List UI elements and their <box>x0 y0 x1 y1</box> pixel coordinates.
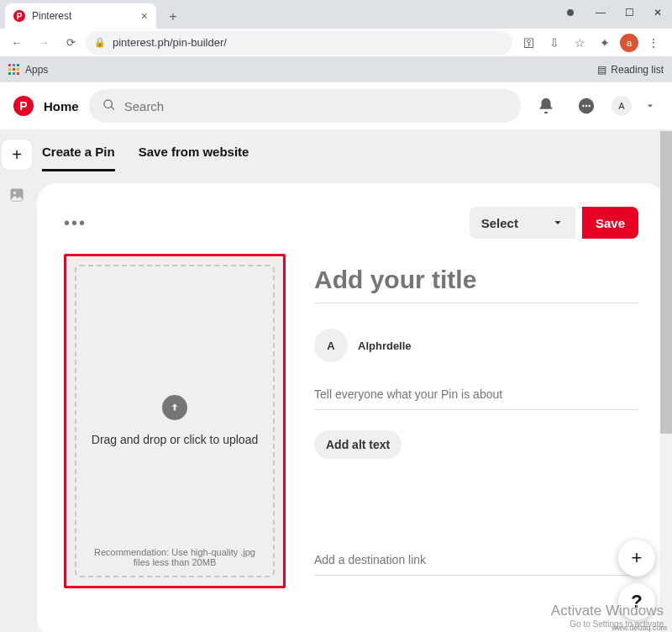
author-name: Alphrdelle <box>358 340 412 352</box>
card-top-row: ••• Select Save <box>64 207 638 239</box>
source-watermark: www.deuaq.com <box>612 624 667 632</box>
reading-list-button[interactable]: ▤ Reading list <box>597 64 664 76</box>
window-controls: — ☐ ✕ <box>558 0 672 25</box>
bookmarks-bar: Apps ▤ Reading list <box>0 57 672 82</box>
lock-icon: 🔒 <box>94 37 106 48</box>
svg-point-1 <box>582 105 584 107</box>
pin-card: ••• Select Save <box>37 183 665 632</box>
upload-dropzone[interactable]: Drag and drop or click to upload Recomme… <box>75 265 275 577</box>
close-tab-icon[interactable]: × <box>141 9 148 23</box>
reading-list-icon: ▤ <box>597 64 606 76</box>
fab-add-button[interactable]: + <box>618 540 655 577</box>
maximize-button[interactable]: ☐ <box>615 7 643 18</box>
browser-tab[interactable]: P Pinterest × <box>5 3 156 29</box>
pin-form: A Alphrdelle Add alt text <box>314 254 638 588</box>
apps-grid-icon <box>8 64 20 76</box>
search-icon <box>102 98 116 114</box>
upload-box-highlight: Drag and drop or click to upload Recomme… <box>64 254 286 588</box>
install-icon[interactable]: ⇩ <box>544 33 564 53</box>
tab-strip: P Pinterest × + — ☐ ✕ <box>0 0 672 29</box>
apps-shortcut[interactable]: Apps <box>8 64 48 76</box>
vertical-scrollbar[interactable] <box>660 129 672 632</box>
add-alt-text-button[interactable]: Add alt text <box>314 430 402 459</box>
chevron-down-icon <box>552 217 564 229</box>
pinterest-header: P Home A <box>0 82 672 129</box>
fab-help-button[interactable]: ? <box>618 583 655 620</box>
main-column: Create a Pin Save from website ••• Selec… <box>34 129 672 632</box>
builder-tabs: Create a Pin Save from website <box>37 129 665 171</box>
svg-point-3 <box>588 105 590 107</box>
pinterest-favicon-icon: P <box>13 10 25 22</box>
tab-save-from-website[interactable]: Save from website <box>139 145 249 171</box>
minimize-button[interactable]: — <box>586 7 615 18</box>
addr-icons: ⚿ ⇩ ☆ ✦ a ⋮ <box>516 33 667 53</box>
notifications-icon[interactable] <box>531 91 561 121</box>
chevron-down-icon[interactable] <box>642 91 659 121</box>
messages-icon[interactable] <box>571 91 601 121</box>
svg-point-2 <box>585 105 587 107</box>
bookmark-star-icon[interactable]: ☆ <box>570 33 590 53</box>
pinterest-logo-icon[interactable]: P <box>13 96 34 116</box>
new-tab-button[interactable]: + <box>161 5 185 29</box>
url-text: pinterest.ph/pin-builder/ <box>113 36 227 49</box>
description-input[interactable] <box>314 384 638 410</box>
author-row: A Alphrdelle <box>314 329 638 362</box>
back-button[interactable]: ← <box>5 31 29 55</box>
tab-create-pin[interactable]: Create a Pin <box>42 145 115 171</box>
svg-point-5 <box>13 192 16 194</box>
save-button[interactable]: Save <box>582 207 638 239</box>
more-options-icon[interactable]: ••• <box>64 213 87 233</box>
chrome-menu-icon[interactable]: ⋮ <box>643 33 664 53</box>
image-placeholder-icon[interactable] <box>2 180 32 210</box>
board-select-label: Select <box>481 216 518 230</box>
upload-arrow-icon <box>162 395 187 420</box>
address-bar-row: ← → ⟳ 🔒 pinterest.ph/pin-builder/ ⚿ ⇩ ☆ … <box>0 29 672 57</box>
board-select[interactable]: Select <box>470 207 575 239</box>
author-avatar[interactable]: A <box>314 329 348 362</box>
search-input[interactable] <box>124 99 507 113</box>
pin-builder: + Create a Pin Save from website ••• Sel… <box>0 129 672 632</box>
reading-list-label: Reading list <box>611 64 664 76</box>
apps-label: Apps <box>25 64 48 76</box>
close-window-button[interactable]: ✕ <box>643 7 672 18</box>
title-input[interactable] <box>314 261 638 303</box>
tab-title: Pinterest <box>32 10 71 22</box>
card-body: Drag and drop or click to upload Recomme… <box>64 254 638 588</box>
add-pin-button[interactable]: + <box>2 140 32 170</box>
user-avatar[interactable]: A <box>612 96 632 116</box>
save-controls: Select Save <box>470 207 638 239</box>
extensions-icon[interactable]: ✦ <box>595 33 615 53</box>
upload-recommendation: Recommendation: Use high-quality .jpg fi… <box>85 547 265 567</box>
scrollbar-thumb[interactable] <box>660 131 672 434</box>
upload-area: Drag and drop or click to upload Recomme… <box>64 254 286 588</box>
upload-text: Drag and drop or click to upload <box>92 432 258 447</box>
url-field[interactable]: 🔒 pinterest.ph/pin-builder/ <box>86 31 512 55</box>
search-bar[interactable] <box>89 89 521 123</box>
key-icon[interactable]: ⚿ <box>519 33 539 53</box>
browser-chrome: P Pinterest × + — ☐ ✕ ← → ⟳ 🔒 pinterest.… <box>0 0 672 82</box>
home-link[interactable]: Home <box>44 99 79 113</box>
forward-button[interactable]: → <box>32 31 55 55</box>
record-icon[interactable] <box>558 9 586 16</box>
reload-button[interactable]: ⟳ <box>59 31 82 55</box>
left-rail: + <box>0 129 34 632</box>
destination-link-input[interactable] <box>314 550 638 576</box>
profile-avatar[interactable]: a <box>620 34 638 52</box>
